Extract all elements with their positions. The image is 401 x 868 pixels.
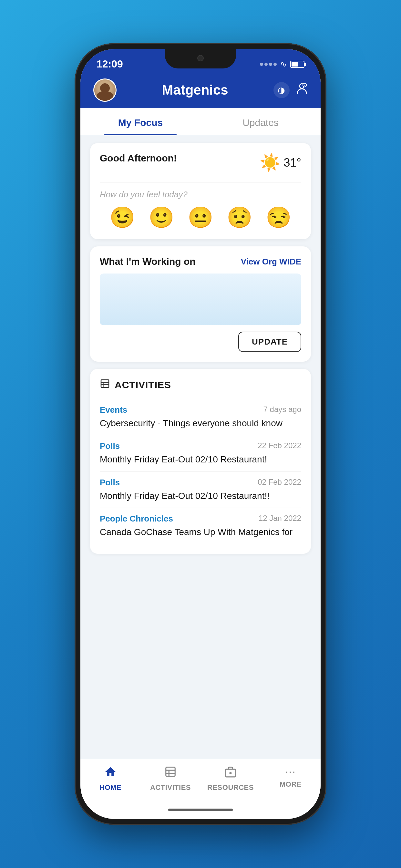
- working-on-card: What I'm Working on View Org WIDE UPDATE: [90, 246, 311, 362]
- theme-icon: ◑: [278, 85, 285, 95]
- nav-more[interactable]: ··· MORE: [260, 766, 320, 792]
- tab-bar: My Focus Updates: [81, 108, 320, 135]
- card-divider: [100, 182, 301, 182]
- activities-icon: [100, 378, 110, 392]
- nav-home-label: HOME: [99, 783, 121, 792]
- work-input-area[interactable]: [100, 274, 301, 325]
- activity-title-truncated: Canada GoChase Teams Up With Matgenics f…: [100, 526, 301, 538]
- home-icon: [104, 766, 117, 781]
- svg-text:+: +: [304, 84, 305, 87]
- activity-title: Cybersecurity - Things everyone should k…: [100, 417, 301, 429]
- status-time: 12:09: [96, 58, 123, 70]
- svg-rect-7: [166, 767, 175, 777]
- activity-date: 7 days ago: [264, 405, 301, 415]
- tab-my-focus[interactable]: My Focus: [81, 108, 201, 135]
- battery-icon: [290, 61, 305, 68]
- signal-icon: [260, 63, 277, 66]
- activity-meta: Events 7 days ago: [100, 405, 301, 415]
- temperature: 31°: [284, 156, 301, 169]
- nav-resources[interactable]: RESOURCES: [201, 766, 260, 792]
- sun-icon: ☀️: [259, 153, 281, 173]
- weather-widget: ☀️ 31°: [259, 153, 301, 173]
- nav-activities-label: ACTIVITIES: [150, 783, 191, 792]
- mood-smile[interactable]: 🙂: [149, 206, 174, 229]
- mood-selector: 😉 🙂 😐 😟 😒: [100, 206, 301, 229]
- nav-more-label: MORE: [280, 780, 302, 788]
- activity-date: 22 Feb 2022: [258, 441, 301, 451]
- activity-category: Polls: [100, 441, 120, 451]
- avatar-image: [94, 80, 116, 101]
- main-content: Good Afternoon! ☀️ 31° How do you feel t…: [81, 135, 320, 759]
- nav-resources-label: RESOURCES: [207, 783, 254, 792]
- working-on-title: What I'm Working on: [100, 256, 196, 267]
- mood-prompt: How do you feel today?: [100, 190, 301, 199]
- activity-item[interactable]: Polls 02 Feb 2022 Monthly Friday Eat-Out…: [100, 472, 301, 508]
- wifi-icon: ∿: [280, 59, 287, 69]
- home-bar: [168, 809, 233, 811]
- activity-title: Monthly Friday Eat-Out 02/10 Restaurant!: [100, 454, 301, 465]
- activity-meta: Polls 02 Feb 2022: [100, 477, 301, 488]
- nav-home[interactable]: HOME: [81, 766, 141, 792]
- phone-screen: 12:09 ∿ Matgenics ◑: [81, 49, 320, 819]
- activities-nav-icon: [164, 766, 177, 781]
- camera: [197, 55, 204, 61]
- working-on-header: What I'm Working on View Org WIDE: [100, 256, 301, 267]
- person-icon[interactable]: +: [296, 82, 308, 98]
- more-icon: ···: [285, 766, 296, 778]
- nav-activities[interactable]: ACTIVITIES: [141, 766, 201, 792]
- app-title: Matgenics: [162, 82, 228, 98]
- activity-category: People Chronicles: [100, 514, 173, 524]
- activity-meta: People Chronicles 12 Jan 2022: [100, 514, 301, 524]
- mood-sad[interactable]: 😟: [227, 206, 252, 229]
- activity-title: Monthly Friday Eat-Out 02/10 Restaurant!…: [100, 490, 301, 502]
- app-header: Matgenics ◑ +: [81, 73, 320, 108]
- activities-card: ACTIVITIES Events 7 days ago Cybersecuri…: [90, 369, 311, 554]
- activity-item[interactable]: People Chronicles 12 Jan 2022 Canada GoC…: [100, 508, 301, 544]
- view-org-wide-link[interactable]: View Org WIDE: [241, 257, 301, 267]
- activities-section-title: ACTIVITIES: [115, 379, 171, 391]
- mood-wink[interactable]: 😉: [110, 206, 135, 229]
- phone-frame: 12:09 ∿ Matgenics ◑: [74, 43, 327, 825]
- mood-annoyed[interactable]: 😒: [266, 206, 291, 229]
- activity-date: 12 Jan 2022: [258, 514, 301, 524]
- update-button-wrapper: UPDATE: [100, 332, 301, 352]
- resources-icon: [224, 766, 237, 781]
- status-icons: ∿: [260, 59, 305, 69]
- greeting-card: Good Afternoon! ☀️ 31° How do you feel t…: [90, 143, 311, 239]
- tab-updates[interactable]: Updates: [201, 108, 320, 135]
- svg-rect-3: [101, 380, 109, 388]
- notch: [165, 49, 236, 68]
- greeting-row: Good Afternoon! ☀️ 31°: [100, 153, 301, 173]
- activity-category: Polls: [100, 477, 120, 488]
- update-button[interactable]: UPDATE: [238, 332, 301, 352]
- bottom-navigation: HOME ACTIVITIES: [81, 759, 320, 805]
- greeting-text: Good Afternoon!: [100, 153, 177, 164]
- activities-header: ACTIVITIES: [100, 378, 301, 392]
- avatar[interactable]: [93, 79, 117, 102]
- mood-neutral[interactable]: 😐: [188, 206, 213, 229]
- activity-meta: Polls 22 Feb 2022: [100, 441, 301, 451]
- home-indicator: [81, 805, 320, 819]
- activity-category: Events: [100, 405, 127, 415]
- activity-item[interactable]: Polls 22 Feb 2022 Monthly Friday Eat-Out…: [100, 435, 301, 471]
- activity-item[interactable]: Events 7 days ago Cybersecurity - Things…: [100, 399, 301, 435]
- activity-date: 02 Feb 2022: [258, 477, 301, 488]
- header-actions: ◑ +: [274, 82, 308, 98]
- theme-toggle-button[interactable]: ◑: [274, 82, 289, 98]
